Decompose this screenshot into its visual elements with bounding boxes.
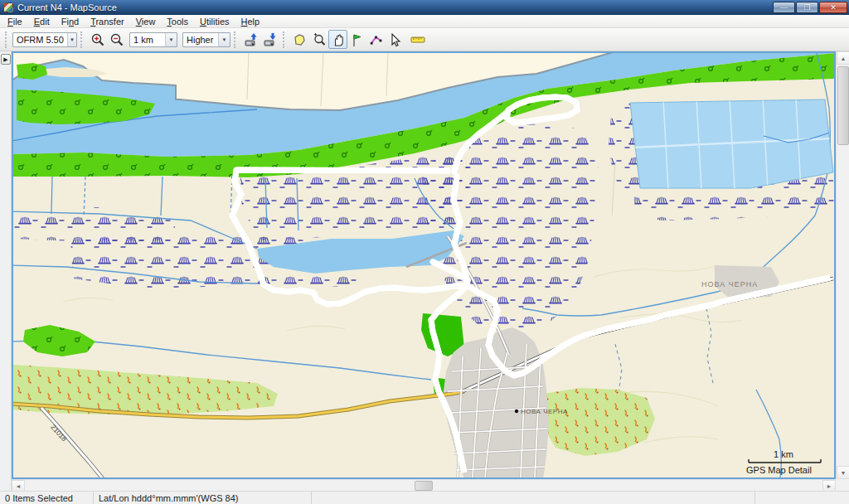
pan-tool-button[interactable] <box>328 30 347 49</box>
zoom-in-icon <box>90 32 105 47</box>
town-point-label: НОВА ЧЕРНА <box>521 408 568 415</box>
flag-icon <box>350 32 365 47</box>
map-canvas[interactable]: НОВА ЧЕРНА НОВА ЧЕРНА 21018 1 km GPS Map… <box>13 53 834 477</box>
send-to-device-icon <box>244 32 259 47</box>
scroll-left-button[interactable]: ◄ <box>12 480 25 492</box>
toolbar-grip <box>283 32 287 48</box>
menu-utilities[interactable]: Utilities <box>194 16 235 27</box>
map-polygon-icon <box>293 32 308 47</box>
position-format-status: Lat/Lon hddd°mm.mmm'(WGS 84) <box>94 492 312 504</box>
fish-ponds <box>630 98 833 189</box>
expand-panel-button[interactable]: ▶ <box>1 54 11 65</box>
waypoint-tool-button[interactable] <box>347 30 366 49</box>
toolbar: OFRM 5.50 ▼ 1 km ▼ Higher ▼ <box>0 28 849 51</box>
zoom-out-icon <box>109 32 124 47</box>
scroll-down-button[interactable]: ▼ <box>837 466 849 479</box>
detail-level-combo[interactable]: Higher ▼ <box>182 32 230 47</box>
status-panel-empty <box>312 492 755 504</box>
town-point-dot <box>515 410 518 413</box>
chevron-down-icon[interactable]: ▼ <box>165 33 177 46</box>
close-button[interactable]: ✕ <box>819 2 847 13</box>
cursor-arrow-icon <box>388 32 403 47</box>
send-to-device-button[interactable] <box>241 30 260 49</box>
selection-tool-button[interactable] <box>386 30 405 49</box>
map-frame: НОВА ЧЕРНА НОВА ЧЕРНА 21018 1 km GPS Map… <box>12 51 836 479</box>
menu-edit[interactable]: Edit <box>28 16 56 27</box>
collapsed-panel-splitter[interactable]: ▶ <box>0 51 12 491</box>
chevron-down-icon[interactable]: ▼ <box>67 33 76 46</box>
scroll-right-button[interactable]: ► <box>822 480 836 492</box>
toolbar-grip <box>80 32 85 48</box>
ruler-icon <box>410 32 425 47</box>
hand-icon <box>331 32 346 47</box>
menu-view[interactable]: View <box>130 16 162 27</box>
vertical-scroll-thumb[interactable] <box>837 66 849 145</box>
town-area-label: НОВА ЧЕРНА <box>701 280 758 288</box>
scroll-up-button[interactable]: ▲ <box>837 51 849 65</box>
mapsource-window: Current N4 - MapSource — ❐ ✕ File Edit F… <box>0 0 849 504</box>
workspace: ▶ <box>0 51 849 491</box>
map-select-tool-button[interactable] <box>290 30 309 49</box>
menu-tools[interactable]: Tools <box>161 16 194 27</box>
gps-map-detail-label: GPS Map Detail <box>746 465 812 475</box>
selection-status: 0 Items Selected <box>0 492 94 504</box>
menu-transfer[interactable]: Transfer <box>85 16 130 27</box>
toolbar-grip <box>234 32 238 48</box>
menu-file[interactable]: File <box>2 16 28 27</box>
scale-distance-label: 1 km <box>774 449 793 459</box>
window-title: Current N4 - MapSource <box>17 2 773 12</box>
zoom-out-button[interactable] <box>107 30 126 49</box>
horizontal-scrollbar[interactable]: ◄ ► <box>12 479 836 491</box>
title-bar[interactable]: Current N4 - MapSource — ❐ ✕ <box>0 0 849 15</box>
map-scale-combo[interactable]: 1 km ▼ <box>129 32 177 47</box>
product-combo[interactable]: OFRM 5.50 ▼ <box>12 32 77 47</box>
status-bar: 0 Items Selected Lat/Lon hddd°mm.mmm'(WG… <box>0 491 849 504</box>
maximize-button[interactable]: ❐ <box>796 2 818 13</box>
receive-from-device-button[interactable] <box>260 30 279 49</box>
receive-from-device-icon <box>263 32 278 47</box>
route-tool-button[interactable] <box>366 30 386 49</box>
measure-tool-button[interactable] <box>408 30 427 49</box>
zoom-in-button[interactable] <box>88 30 107 49</box>
horizontal-scroll-thumb[interactable] <box>415 481 433 491</box>
toolbar-grip <box>5 32 9 48</box>
zoom-tool-button[interactable] <box>309 30 328 49</box>
app-icon <box>3 2 13 12</box>
minimize-button[interactable]: — <box>773 2 795 13</box>
route-icon <box>369 32 384 47</box>
chevron-down-icon[interactable]: ▼ <box>218 33 230 46</box>
menu-bar: File Edit Find Transfer View Tools Utili… <box>0 15 849 28</box>
menu-help[interactable]: Help <box>235 16 266 27</box>
scrollbar-corner <box>836 479 849 491</box>
status-panel-empty <box>755 492 849 504</box>
magnifier-icon <box>312 32 327 47</box>
menu-find[interactable]: Find <box>56 16 85 27</box>
vertical-scrollbar[interactable]: ▲ ▼ <box>836 51 849 479</box>
